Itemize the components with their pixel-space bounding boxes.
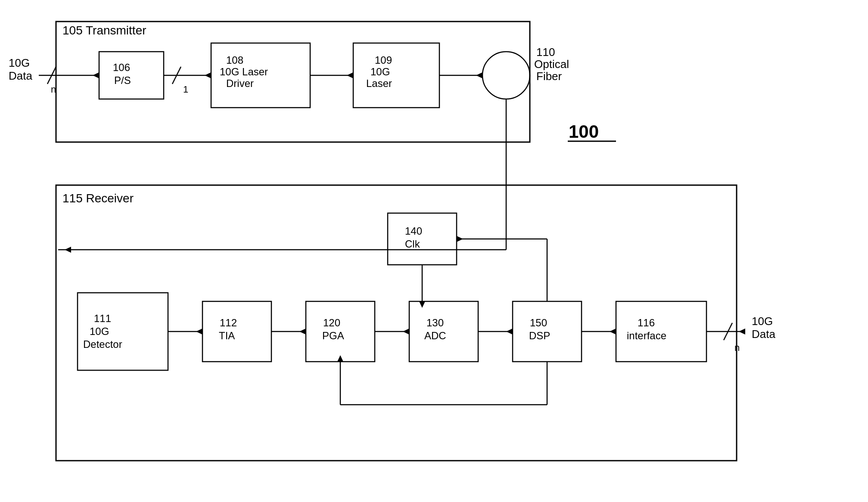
block-laser-label3: Laser (366, 77, 392, 89)
receiver-label: 115 Receiver (62, 192, 134, 205)
block-ps (99, 52, 164, 99)
svg-marker-9 (476, 72, 482, 78)
block-dsp-label1: 150 (530, 317, 547, 328)
transmitter-label: 105 Transmitter (62, 24, 146, 37)
input-data-label: 10G (9, 56, 30, 69)
svg-marker-19 (403, 328, 409, 335)
svg-marker-35 (337, 355, 343, 362)
block-detector-label1: 111 (94, 313, 111, 324)
svg-marker-13 (65, 247, 71, 253)
block-tia-label1: 112 (220, 317, 237, 328)
svg-marker-7 (347, 72, 353, 78)
block-laser-driver-label2: 10G Laser (220, 66, 268, 77)
optical-fiber-label2: Optical (534, 58, 569, 71)
svg-marker-21 (506, 328, 513, 335)
svg-marker-26 (739, 328, 745, 335)
ps-output-1-label: 1 (183, 84, 188, 95)
svg-marker-31 (457, 236, 463, 242)
block-dsp-label2: DSP (529, 330, 550, 341)
output-data-label1: 10G (752, 315, 773, 328)
block-interface-label1: 116 (638, 317, 655, 328)
block-adc-label2: ADC (424, 330, 446, 341)
svg-marker-28 (419, 301, 425, 308)
block-tia (202, 301, 271, 362)
block-interface-label2: interface (627, 330, 666, 341)
block-pga-label2: PGA (322, 330, 344, 341)
figure-number: 100 (569, 121, 599, 142)
block-ps-label1: 106 (113, 62, 130, 73)
output-data-label2: Data (752, 328, 775, 341)
optical-fiber-label3: Fiber (536, 70, 562, 83)
output-n-label: n (734, 342, 740, 353)
block-ps-label2: P/S (114, 74, 131, 86)
svg-marker-15 (196, 328, 202, 335)
block-detector-label3: Detector (83, 338, 122, 350)
block-pga-label1: 120 (323, 317, 340, 328)
optical-fiber-circle (482, 52, 530, 99)
block-adc-label1: 130 (426, 317, 444, 328)
svg-marker-23 (610, 328, 616, 335)
block-laser-label1: 109 (375, 54, 392, 66)
block-laser-driver-label3: Driver (226, 77, 254, 89)
input-n-label: n (51, 84, 56, 95)
receiver-box (56, 185, 737, 461)
optical-fiber-label1: 110 (536, 46, 555, 59)
block-laser-label2: 10G (370, 66, 390, 77)
diagram-container: 105 Transmitter 10G Data n 106 P/S 1 108… (0, 0, 868, 502)
svg-marker-5 (205, 72, 211, 78)
block-clk-label1: 140 (405, 225, 422, 237)
svg-marker-17 (299, 328, 306, 335)
svg-marker-2 (93, 72, 99, 78)
block-clk-label2: Clk (405, 238, 420, 250)
input-data-label2: Data (9, 69, 32, 82)
block-detector-label2: 10G (90, 325, 109, 337)
block-tia-label2: TIA (219, 330, 235, 341)
block-laser (353, 43, 439, 108)
block-clk (388, 213, 457, 265)
block-laser-driver-label1: 108 (226, 54, 243, 66)
